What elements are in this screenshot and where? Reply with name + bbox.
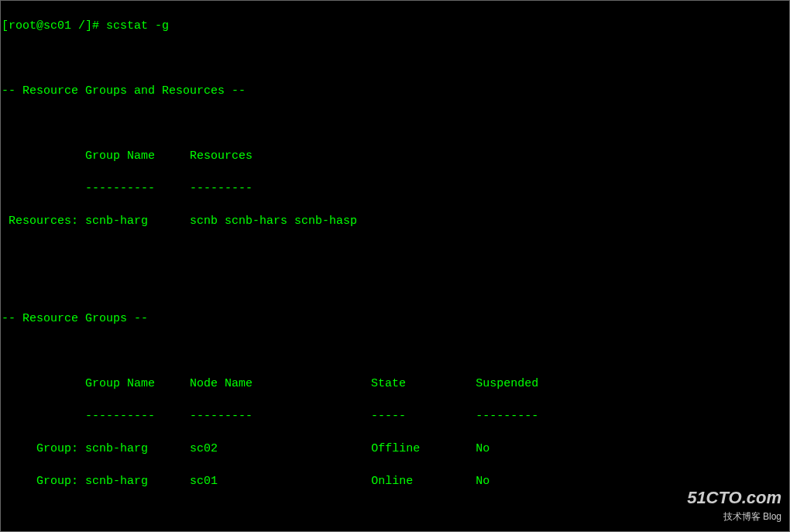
header-suspended: Suspended bbox=[476, 377, 538, 390]
watermark-sub: 技术博客 Blog bbox=[687, 510, 781, 523]
command-text: scstat -g bbox=[106, 19, 169, 33]
row-label: Group: bbox=[36, 442, 78, 455]
cell-group-name: scnb-harg bbox=[85, 215, 148, 228]
cell-resources: scnb scnb-hars scnb-hasp bbox=[190, 215, 357, 228]
header-state: State bbox=[371, 377, 406, 390]
section1-headers: Group Name Resources bbox=[2, 148, 788, 164]
header-node-name: Node Name bbox=[190, 377, 252, 390]
table-row: Group: scnb-harg sc01 Online No bbox=[2, 473, 788, 489]
terminal-output: [root@sc01 /]# scstat -g -- Resource Gro… bbox=[2, 2, 788, 532]
header-group-name: Group Name bbox=[85, 377, 155, 390]
cell-suspended: No bbox=[476, 475, 489, 488]
cell-node: sc01 bbox=[190, 475, 218, 488]
row-label: Group: bbox=[36, 475, 78, 488]
cell-name: scnb-harg bbox=[85, 442, 148, 455]
watermark-logo: 51CTO.com bbox=[687, 486, 781, 510]
section2-headers: Group Name Node Name State Suspended bbox=[2, 376, 788, 392]
table-row: Group: scnb-harg sc02 Offline No bbox=[2, 441, 788, 457]
section-title: -- Resource Groups -- bbox=[2, 311, 788, 327]
cell-state: Online bbox=[371, 475, 413, 488]
cell-name: scnb-harg bbox=[85, 475, 148, 488]
cell-state: Offline bbox=[371, 442, 420, 455]
section-title: -- Resource Groups and Resources -- bbox=[2, 83, 788, 99]
header-resources: Resources bbox=[190, 149, 252, 163]
watermark: 51CTO.com 技术博客 Blog bbox=[687, 486, 781, 523]
cell-node: sc02 bbox=[190, 442, 218, 455]
cell-suspended: No bbox=[476, 442, 489, 455]
header-group-name: Group Name bbox=[85, 149, 155, 163]
command-line[interactable]: [root@sc01 /]# scstat -g bbox=[2, 18, 788, 34]
section1-sep: ---------- --------- bbox=[2, 180, 788, 197]
section1-row: Resources: scnb-harg scnb scnb-hars scnb… bbox=[2, 213, 788, 229]
section2-sep: ---------- --------- ----- --------- bbox=[2, 408, 788, 424]
prompt: [root@sc01 /]# bbox=[2, 19, 99, 33]
row-label: Resources: bbox=[9, 215, 78, 228]
